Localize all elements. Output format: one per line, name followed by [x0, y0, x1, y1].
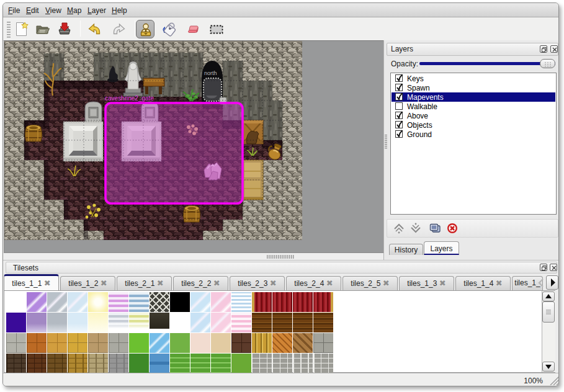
svg-text:north: north [204, 70, 217, 76]
svg-text:caveshrine2_gate: caveshrine2_gate [105, 95, 154, 102]
